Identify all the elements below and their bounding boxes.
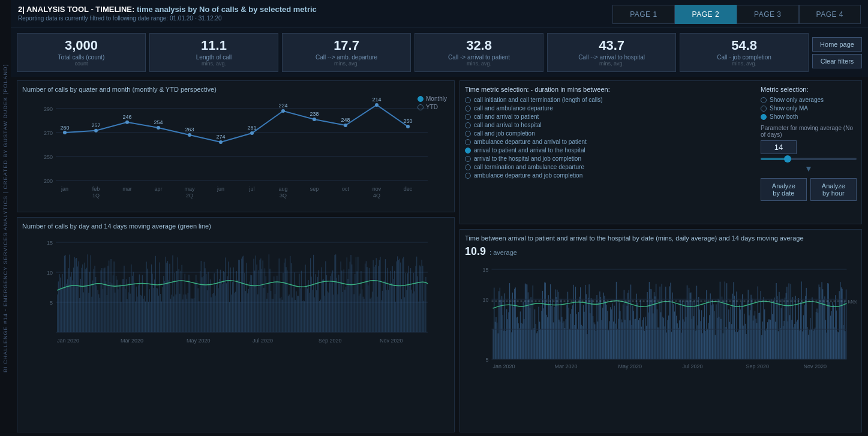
svg-rect-304 — [308, 280, 309, 332]
svg-rect-680 — [738, 330, 738, 359]
svg-rect-125 — [127, 299, 127, 332]
radio-item-8[interactable]: call termination and ambulance departure — [465, 164, 753, 170]
radio-item-2[interactable]: call and arrival to patient — [465, 113, 753, 120]
svg-rect-675 — [733, 282, 734, 360]
svg-rect-508 — [571, 309, 572, 359]
radio-item-6[interactable]: arrival to patient and arrival to the ho… — [465, 147, 753, 154]
tab-page4[interactable]: PAGE 4 — [799, 5, 861, 24]
svg-rect-367 — [372, 292, 373, 333]
radio-item-0[interactable]: call initiation and call termination (le… — [465, 97, 753, 103]
svg-rect-593 — [654, 292, 654, 359]
svg-rect-322 — [326, 275, 327, 332]
kpi-sublabel-1: mins, avg. — [158, 61, 269, 67]
slider-track[interactable] — [761, 158, 857, 160]
svg-rect-183 — [185, 294, 186, 332]
svg-rect-482 — [546, 315, 546, 359]
svg-rect-432 — [498, 333, 498, 359]
analyze-by-hour-button[interactable]: Analyze by hour — [810, 178, 857, 201]
svg-text:270: 270 — [44, 130, 53, 136]
svg-rect-614 — [674, 312, 675, 360]
svg-rect-585 — [646, 326, 647, 359]
legend-ytd[interactable]: YTD — [418, 104, 447, 110]
svg-rect-518 — [581, 325, 582, 359]
svg-rect-476 — [540, 329, 541, 359]
slider-value[interactable]: 14 — [761, 140, 797, 154]
radio-item-5[interactable]: ambulance departure and arrival to patie… — [465, 139, 753, 145]
svg-rect-731 — [788, 321, 788, 359]
home-page-button[interactable]: Home page — [812, 37, 862, 52]
svg-rect-231 — [234, 293, 235, 333]
svg-rect-688 — [746, 334, 746, 359]
metric-radio-2[interactable]: Show both — [761, 113, 857, 120]
metric-radio-1[interactable]: Show only MA — [761, 105, 857, 112]
svg-rect-310 — [314, 297, 315, 332]
svg-rect-791 — [846, 290, 846, 359]
analyze-by-date-button[interactable]: Analyze by date — [761, 178, 807, 201]
radio-item-1[interactable]: call and ambulance departure — [465, 105, 753, 112]
slider-thumb[interactable] — [784, 155, 791, 163]
svg-rect-619 — [679, 320, 680, 359]
svg-rect-699 — [756, 323, 757, 359]
svg-rect-639 — [698, 297, 699, 359]
svg-rect-309 — [313, 255, 314, 332]
svg-rect-113 — [115, 293, 115, 332]
svg-rect-95 — [97, 285, 97, 332]
svg-rect-649 — [708, 323, 708, 359]
svg-rect-246 — [250, 282, 250, 332]
radio-item-3[interactable]: call and arrival to hospital — [465, 122, 753, 128]
svg-rect-338 — [343, 292, 343, 332]
svg-rect-490 — [554, 307, 554, 359]
svg-rect-765 — [821, 300, 821, 359]
svg-rect-376 — [381, 300, 382, 333]
svg-rect-445 — [510, 305, 511, 359]
svg-rect-84 — [85, 269, 86, 332]
svg-rect-554 — [616, 282, 617, 359]
svg-rect-69 — [70, 277, 71, 333]
svg-rect-254 — [257, 294, 258, 332]
radio-item-4[interactable]: call and job completion — [465, 130, 753, 137]
svg-rect-313 — [317, 277, 318, 332]
svg-rect-120 — [122, 279, 122, 332]
kpi-sublabel-0: count — [26, 61, 137, 67]
kpi-total-calls: 3,000 Total calls (count) count — [17, 33, 146, 72]
svg-rect-88 — [89, 272, 90, 332]
svg-rect-398 — [403, 257, 404, 333]
svg-rect-325 — [329, 282, 330, 332]
svg-rect-674 — [732, 294, 733, 359]
svg-rect-623 — [683, 320, 683, 360]
clear-filters-button[interactable]: Clear filters — [812, 54, 862, 68]
svg-rect-599 — [660, 287, 660, 359]
svg-rect-175 — [178, 257, 178, 332]
svg-rect-152 — [154, 279, 155, 332]
svg-text:3Q: 3Q — [280, 193, 287, 199]
svg-rect-242 — [245, 291, 246, 332]
time-series-panel: Time between arrival to patient and arri… — [459, 229, 862, 432]
svg-rect-527 — [590, 313, 590, 359]
svg-text:dec: dec — [404, 186, 413, 192]
svg-rect-302 — [306, 287, 307, 332]
svg-rect-477 — [541, 311, 542, 359]
svg-point-9 — [94, 129, 98, 133]
kpi-sublabel-3: mins, avg. — [424, 61, 534, 67]
svg-rect-91 — [92, 281, 93, 332]
svg-rect-555 — [617, 329, 617, 359]
svg-rect-132 — [134, 282, 134, 332]
kpi-arrival-hospital: 43.7 Call --> arrival to hospital mins, … — [547, 33, 676, 72]
svg-rect-770 — [825, 320, 826, 359]
radio-item-7[interactable]: arrival to the hospital and job completi… — [465, 155, 753, 162]
radio-item-9[interactable]: ambulance departure and job completion — [465, 172, 753, 179]
svg-rect-160 — [163, 287, 163, 332]
legend-monthly[interactable]: Monthly — [418, 95, 447, 102]
svg-rect-776 — [831, 311, 832, 359]
svg-rect-790 — [845, 331, 845, 359]
metric-radio-0[interactable]: Show only averages — [761, 97, 857, 103]
tab-page3[interactable]: PAGE 3 — [737, 5, 798, 24]
svg-rect-762 — [818, 313, 818, 359]
tab-page2[interactable]: PAGE 2 — [675, 5, 737, 24]
svg-rect-207 — [210, 279, 211, 332]
svg-rect-773 — [828, 284, 829, 359]
svg-rect-372 — [377, 297, 377, 332]
kpi-label-2: Call --> amb. departure — [291, 54, 402, 61]
tab-page1[interactable]: PAGE 1 — [612, 5, 674, 24]
svg-rect-164 — [166, 263, 167, 332]
